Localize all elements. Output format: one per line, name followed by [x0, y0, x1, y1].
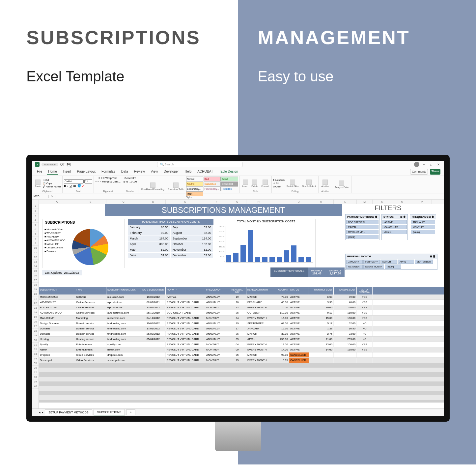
- wrap-button[interactable]: Wrap Text: [105, 177, 117, 180]
- comments-button[interactable]: Comments: [410, 169, 428, 175]
- autosave-toggle[interactable]: AutoSave: [42, 163, 58, 166]
- styles-label: Styles: [140, 196, 238, 198]
- last-updated: Last Updated 26/12/2023: [42, 270, 82, 275]
- status-bar: Ready 🛈 Accessibility: Investigate ▦ ▤ ▥…: [32, 416, 444, 422]
- slicer-payment[interactable]: PAYMENT METHOD⊞ 🗑 BOC CREDIT C...PAYPALR…: [345, 214, 379, 240]
- hero-left-title: SUBSCRIPTIONS: [26, 26, 225, 48]
- analyze-button[interactable]: Analyze Data: [333, 180, 350, 189]
- table-row[interactable]: HostingHosting servicetmdhosting.com05/0…: [39, 337, 444, 342]
- addins-button[interactable]: Add-ins: [320, 179, 330, 188]
- tab-help[interactable]: Help: [183, 169, 193, 175]
- fill-color-button[interactable]: 🪣: [77, 184, 81, 187]
- font-label: Font: [64, 190, 92, 192]
- subscriptions-table[interactable]: SUBSCRIPTIONTYPESUBSCRIPTION URL LINKDAT…: [39, 287, 444, 403]
- excel-titlebar: X AutoSave Off 💾 🔍 Search − □ ✕ File Hom…: [32, 161, 444, 200]
- border-button[interactable]: ▦: [73, 184, 76, 187]
- font-size-select[interactable]: [84, 179, 92, 183]
- table-row[interactable]: ROCKETCDNOnline Serviceswprocket.me13/02…: [39, 305, 444, 310]
- cond-format-button[interactable]: Conditional Formatting: [140, 182, 165, 191]
- table-row[interactable]: ScreenpalVideo Servicesscreenpal.comREVO…: [39, 358, 444, 363]
- monitor-stand: [215, 422, 261, 451]
- autosum-button[interactable]: Σ AutoSum: [273, 179, 285, 182]
- tab-file[interactable]: File: [36, 169, 43, 175]
- italic-button[interactable]: I: [68, 184, 69, 187]
- excel-icon: X: [35, 162, 40, 167]
- insert-button[interactable]: Insert: [241, 179, 250, 188]
- view-page-icon[interactable]: ▤: [407, 417, 410, 420]
- delete-button[interactable]: Delete: [250, 179, 259, 188]
- save-icon[interactable]: 💾: [67, 163, 70, 166]
- cell-styles[interactable]: Normal Bad Good Neutral Calculation Chec…: [186, 177, 238, 196]
- table-row[interactable]: DropboxCloud Servicesdropbox.comREVOLUT …: [39, 352, 444, 358]
- avatar[interactable]: [414, 162, 419, 167]
- find-select-button[interactable]: Find & Select: [301, 179, 317, 188]
- format-table-button[interactable]: Format as Table: [166, 182, 185, 191]
- font-color-button[interactable]: A: [82, 184, 84, 187]
- zoom-in-icon[interactable]: +: [431, 417, 433, 420]
- tab-page[interactable]: Page Layout: [76, 169, 97, 175]
- minimize-icon[interactable]: −: [421, 163, 427, 166]
- view-normal-icon[interactable]: ▦: [403, 417, 406, 420]
- paste-button[interactable]: Paste: [34, 179, 42, 188]
- table-row[interactable]: Design DomainsDomain servicetmdhosting.c…: [39, 321, 444, 326]
- tab-acrobat[interactable]: ACROBAT: [196, 169, 214, 175]
- table-row[interactable]: SpotifyEntertainmentspotify.comREVOLUT V…: [39, 342, 444, 347]
- sort-filter-button[interactable]: Sort & Filter: [285, 179, 300, 188]
- table-row[interactable]: AUTOMATE WOOOnline Servicesautomatewoo.c…: [39, 310, 444, 316]
- bold-button[interactable]: B: [64, 184, 66, 187]
- tab-data[interactable]: Data: [120, 169, 129, 175]
- format-painter-button[interactable]: 🖌 Format Painter: [43, 185, 61, 188]
- tab-review[interactable]: Review: [133, 169, 146, 175]
- tab-formulas[interactable]: Formulas: [100, 169, 117, 175]
- cost-summary-table: TOTAL MONTHLY SUBSCRIPTION COSTS January…: [128, 219, 213, 268]
- tab-developer[interactable]: Developer: [162, 169, 180, 175]
- table-row[interactable]: NetflixEntertainmentnetflix.comREVOLUT V…: [39, 347, 444, 352]
- clear-button[interactable]: ◇ Clear: [273, 185, 285, 188]
- tab-next-icon[interactable]: ▸: [42, 411, 43, 414]
- table-row[interactable]: DomainsDomain servicetmdhosting.com17/01…: [39, 326, 444, 331]
- close-icon[interactable]: ✕: [436, 163, 441, 166]
- slicer-status[interactable]: STATUS⊞ 🗑 ACTIVECANCELLED(blank): [381, 214, 408, 240]
- sheet-tabs: ◂ ▸ SETUP PAYMENT METHODS SUBSCRIPTIONS …: [32, 408, 444, 416]
- number-label: Number: [124, 190, 137, 192]
- underline-button[interactable]: U: [70, 184, 72, 187]
- table-row[interactable]: MAILCHIMPMarketingmailchimp.com04/11/201…: [39, 316, 444, 321]
- tab-table-design[interactable]: Table Design: [218, 169, 239, 175]
- slicer-frequency[interactable]: FREQUENCY⊞ 🗑 ANNUALLYMONTHLY(blank): [410, 214, 436, 240]
- tab-insert[interactable]: Insert: [62, 169, 72, 175]
- tab-view[interactable]: View: [150, 169, 159, 175]
- fx-icon[interactable]: fx: [49, 195, 55, 198]
- alignment-label: Alignment: [95, 190, 121, 192]
- copy-button[interactable]: 📋 Copy: [43, 182, 61, 185]
- slicer-renewal-month[interactable]: RENEWAL MONTH⊞ 🗑 JANUARYFEBRUARYMARCHAPR…: [345, 254, 437, 270]
- clipboard-label: Clipboard: [34, 190, 61, 192]
- format-button[interactable]: Format: [260, 179, 270, 188]
- cut-button[interactable]: ✂ Cut: [43, 179, 61, 182]
- tab-subscriptions[interactable]: SUBSCRIPTIONS: [94, 409, 125, 415]
- tab-prev-icon[interactable]: ◂: [39, 411, 41, 414]
- view-break-icon[interactable]: ▥: [411, 417, 414, 420]
- column-headers: A B C D E F G H I J K L M N O P: [32, 200, 444, 204]
- table-row[interactable]: WP-ROCKETOnline Serviceswprocket.me02/02…: [39, 300, 444, 305]
- table-row[interactable]: Microsoft OfficeSoftwaremicrosoft.com19/…: [39, 294, 444, 300]
- editing-label: Editing: [273, 190, 317, 192]
- hero-left-sub: Excel Template: [26, 68, 225, 85]
- tab-home[interactable]: Home: [47, 169, 58, 175]
- tab-setup[interactable]: SETUP PAYMENT METHODS: [45, 409, 92, 415]
- maximize-icon[interactable]: □: [429, 163, 434, 166]
- pie-chart[interactable]: SUBSCRIPTIONS Microsoft OfficeWP-ROCKETR…: [42, 219, 125, 268]
- fill-button[interactable]: ⬇ Fill: [273, 182, 285, 185]
- search-input[interactable]: 🔍 Search: [157, 162, 243, 167]
- hero-right-title: MANAGEMENT: [258, 26, 463, 48]
- tab-new-sheet[interactable]: +: [126, 409, 135, 415]
- number-format-select[interactable]: General ▾: [125, 177, 136, 180]
- merge-button[interactable]: Merge & Cent...: [102, 180, 121, 183]
- table-row[interactable]: DomainsDomain servicetmdhosting.com26/03…: [39, 331, 444, 337]
- bar-chart[interactable]: TOTAL MONTHLY SUBSCRIPTION COSTS 350.003…: [217, 219, 316, 268]
- zoom-out-icon[interactable]: −: [415, 417, 417, 420]
- share-button[interactable]: Share: [430, 169, 440, 175]
- font-name-select[interactable]: [64, 179, 84, 183]
- name-box[interactable]: M20: [32, 195, 49, 198]
- sheet-title: SUBSCRIPTIONS MANAGEMENT: [105, 204, 342, 216]
- zoom-value[interactable]: 100%: [434, 417, 440, 420]
